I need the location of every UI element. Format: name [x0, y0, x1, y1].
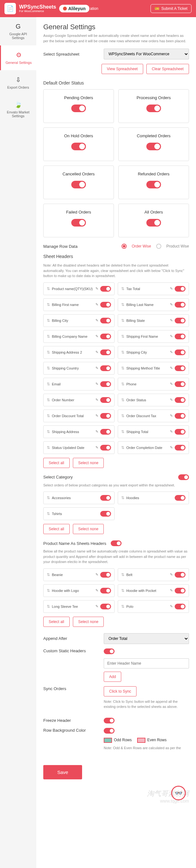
item-toggle[interactable] — [175, 397, 186, 403]
sidebar-item-google-api[interactable]: G Google API Settings — [0, 17, 36, 45]
status-toggle[interactable] — [146, 219, 161, 226]
drag-icon[interactable]: ⇅ — [47, 398, 50, 402]
drag-icon[interactable]: ⇅ — [121, 286, 124, 291]
item-toggle[interactable] — [100, 572, 111, 578]
submit-ticket-button[interactable]: 🎫 Submit A Ticket — [150, 4, 192, 13]
sidebar-item-general-settings[interactable]: ⚙ General Settings — [0, 45, 36, 70]
edit-icon[interactable]: ✎ — [170, 334, 173, 338]
cat-select-all[interactable]: Select all — [43, 524, 70, 534]
drag-icon[interactable]: ⇅ — [47, 430, 50, 434]
sidebar-item-envato[interactable]: 🍃 Envato Market Settings — [0, 95, 36, 124]
drag-icon[interactable]: ⇅ — [121, 334, 124, 339]
item-toggle[interactable] — [175, 429, 186, 435]
item-toggle[interactable] — [100, 397, 111, 403]
item-toggle[interactable] — [175, 604, 186, 609]
edit-icon[interactable]: ✎ — [170, 604, 173, 609]
edit-icon[interactable]: ✎ — [170, 445, 173, 450]
drag-icon[interactable]: ⇅ — [47, 350, 50, 354]
drag-icon[interactable]: ⇅ — [47, 382, 50, 386]
item-toggle[interactable] — [100, 511, 111, 517]
edit-icon[interactable]: ✎ — [95, 588, 98, 593]
product-wise-radio[interactable] — [156, 244, 161, 249]
drag-icon[interactable]: ⇅ — [47, 445, 50, 450]
edit-icon[interactable]: ✎ — [170, 430, 173, 434]
edit-icon[interactable]: ✎ — [95, 414, 98, 418]
edit-icon[interactable]: ✎ — [95, 303, 98, 307]
product-name-headers-toggle[interactable] — [111, 540, 121, 546]
drag-icon[interactable]: ⇅ — [47, 303, 50, 307]
append-after-select[interactable]: Order Total — [104, 633, 189, 644]
view-spreadsheet-button[interactable]: View Spreadsheet — [102, 64, 143, 74]
custom-header-input[interactable] — [104, 658, 189, 669]
drag-icon[interactable]: ⇅ — [121, 572, 124, 577]
save-button[interactable]: Save — [43, 765, 82, 779]
drag-icon[interactable]: ⇅ — [121, 350, 124, 354]
edit-icon[interactable]: ✎ — [95, 286, 98, 291]
item-toggle[interactable] — [100, 286, 111, 292]
item-toggle[interactable] — [175, 334, 186, 339]
item-toggle[interactable] — [175, 365, 186, 371]
edit-icon[interactable]: ✎ — [95, 350, 98, 354]
edit-icon[interactable]: ✎ — [170, 382, 173, 386]
edit-icon[interactable]: ✎ — [95, 430, 98, 434]
edit-icon[interactable]: ✎ — [170, 303, 173, 307]
drag-icon[interactable]: ⇅ — [47, 318, 50, 323]
item-toggle[interactable] — [175, 413, 186, 419]
drag-icon[interactable]: ⇅ — [121, 430, 124, 434]
item-toggle[interactable] — [100, 349, 111, 355]
edit-icon[interactable]: ✎ — [170, 366, 173, 370]
edit-icon[interactable]: ✎ — [170, 572, 173, 577]
edit-icon[interactable]: ✎ — [170, 318, 173, 322]
edit-icon[interactable]: ✎ — [170, 350, 173, 354]
headers-select-none[interactable]: Select none — [73, 458, 104, 468]
status-toggle[interactable] — [146, 181, 161, 188]
drag-icon[interactable]: ⇅ — [121, 318, 124, 323]
edit-icon[interactable]: ✎ — [170, 414, 173, 418]
sidebar-item-export-orders[interactable]: ⇩ Export Orders — [0, 70, 36, 95]
clear-spreadsheet-button[interactable]: Clear Spreadsheet — [146, 64, 189, 74]
status-toggle[interactable] — [146, 104, 161, 112]
even-rows-swatch[interactable] — [137, 738, 145, 743]
select-category-toggle[interactable] — [178, 474, 189, 480]
status-toggle[interactable] — [146, 143, 161, 150]
status-toggle[interactable] — [71, 219, 86, 226]
drag-icon[interactable]: ⇅ — [47, 286, 50, 291]
item-toggle[interactable] — [175, 572, 186, 578]
edit-icon[interactable]: ✎ — [170, 286, 173, 291]
item-toggle[interactable] — [175, 302, 186, 308]
custom-headers-toggle[interactable] — [104, 648, 115, 654]
edit-icon[interactable]: ✎ — [95, 366, 98, 370]
drag-icon[interactable]: ⇅ — [47, 588, 50, 593]
item-toggle[interactable] — [100, 445, 111, 451]
prod-select-none[interactable]: Select none — [73, 617, 104, 627]
item-toggle[interactable] — [175, 588, 186, 593]
row-bg-toggle[interactable] — [104, 728, 115, 734]
add-header-button[interactable]: Add — [104, 672, 121, 682]
drag-icon[interactable]: ⇅ — [121, 496, 124, 500]
drag-icon[interactable]: ⇅ — [47, 366, 50, 370]
edit-icon[interactable]: ✎ — [95, 572, 98, 577]
item-toggle[interactable] — [100, 318, 111, 323]
item-toggle[interactable] — [100, 495, 111, 501]
headers-select-all[interactable]: Select all — [43, 458, 70, 468]
status-toggle[interactable] — [71, 181, 86, 188]
item-toggle[interactable] — [175, 349, 186, 355]
freeze-header-toggle[interactable] — [104, 718, 115, 723]
item-toggle[interactable] — [100, 429, 111, 435]
drag-icon[interactable]: ⇅ — [47, 496, 50, 500]
order-wise-radio[interactable] — [121, 244, 127, 249]
prod-select-all[interactable]: Select all — [43, 617, 70, 627]
drag-icon[interactable]: ⇅ — [121, 303, 124, 307]
item-toggle[interactable] — [100, 365, 111, 371]
drag-icon[interactable]: ⇅ — [47, 572, 50, 577]
edit-icon[interactable]: ✎ — [95, 398, 98, 402]
drag-icon[interactable]: ⇅ — [47, 334, 50, 339]
edit-icon[interactable]: ✎ — [170, 588, 173, 593]
drag-icon[interactable]: ⇅ — [47, 604, 50, 609]
click-to-sync-button[interactable]: Click to Sync — [104, 686, 137, 696]
drag-icon[interactable]: ⇅ — [47, 512, 50, 516]
drag-icon[interactable]: ⇅ — [121, 382, 124, 386]
edit-icon[interactable]: ✎ — [95, 382, 98, 386]
drag-icon[interactable]: ⇅ — [121, 366, 124, 370]
edit-icon[interactable]: ✎ — [95, 318, 98, 322]
